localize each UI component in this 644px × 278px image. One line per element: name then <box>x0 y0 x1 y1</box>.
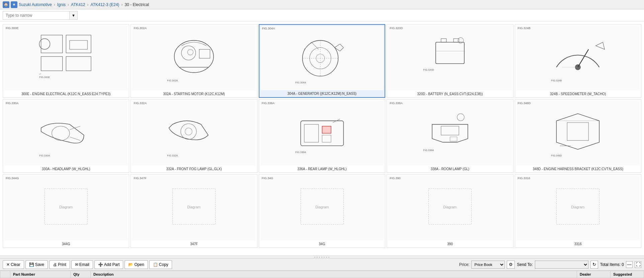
fig-number-304A: FIG.304A <box>262 27 275 30</box>
diagram-label-34G: 34G <box>260 242 384 246</box>
svg-text:FIG.304A: FIG.304A <box>295 81 306 84</box>
search-input[interactable] <box>3 11 70 20</box>
svg-text:Diagram: Diagram <box>315 205 329 209</box>
svg-text:FIG.330A: FIG.330A <box>39 154 50 157</box>
diagram-label-320D: 320D - BATTERY (N_EASS:CVT:(E24,E38)) <box>388 92 511 96</box>
fig-number-344G: FIG.344G <box>6 177 19 180</box>
search-button[interactable]: ▼ <box>70 11 78 20</box>
email-button[interactable]: ✉ Email <box>71 260 93 269</box>
diagram-item-338A[interactable]: FIG.338A FIG.338A 338A - ROOM LAMP (GL) <box>387 99 513 173</box>
diagram-image-302A: FIG.302A FIG.302A <box>132 26 255 90</box>
fig-number-302A: FIG.302A <box>134 26 147 30</box>
diagram-label-347F: 347F <box>132 242 255 246</box>
parts-table-section: Part Number Qty Description Dealer Sugge… <box>0 270 644 278</box>
price-settings-button[interactable]: ⚙ <box>507 261 515 269</box>
svg-text:FIG.320D: FIG.320D <box>423 68 434 71</box>
fig-number-330A: FIG.330A <box>6 101 19 105</box>
diagram-item-3316[interactable]: FIG.3316 Diagram 3316 <box>515 174 641 248</box>
svg-line-5 <box>39 73 41 74</box>
nav-link-atk412[interactable]: ATK412 <box>71 2 85 7</box>
expand-button[interactable]: ⛶ <box>635 261 641 268</box>
diagram-item-344G[interactable]: FIG.344G Diagram 344G <box>3 174 129 248</box>
home-icon[interactable]: 🏠 <box>3 1 9 8</box>
diagram-image-300E: FIG.300E FIG.300E <box>4 26 128 90</box>
svg-text:FIG.300E: FIG.300E <box>39 75 50 78</box>
svg-rect-19 <box>436 42 464 63</box>
search-bar: ▼ <box>0 9 644 21</box>
svg-point-33 <box>181 124 196 139</box>
diagram-label-324B: 324B - SPEEDOMETER (W_TACHO) <box>516 92 640 96</box>
svg-rect-42 <box>441 126 459 135</box>
svg-rect-2 <box>41 56 63 71</box>
diagram-image-304A: FIG.304A FIG.304A <box>261 26 383 90</box>
svg-point-34 <box>185 128 192 135</box>
diagram-item-332A[interactable]: FIG.332A FIG.332A 332A - FRONT FOG LAMP … <box>131 99 257 173</box>
svg-text:FIG.348D: FIG.348D <box>551 154 562 157</box>
drag-handle[interactable]: • • • • • • • <box>0 256 644 258</box>
svg-point-29 <box>52 126 70 140</box>
svg-text:FIG.338A: FIG.338A <box>423 149 434 152</box>
open-label: Open <box>134 262 144 267</box>
price-section: Price: Price Book ⚙ Send To: ↻ Total Ite… <box>459 261 641 269</box>
fig-number-332A: FIG.332A <box>134 101 147 105</box>
nav-link-suzuki[interactable]: Suzuki Automotive <box>19 2 52 7</box>
svg-text:FIG.336A: FIG.336A <box>295 150 306 153</box>
diagram-item-300E[interactable]: FIG.300E FIG.300E 300E - ENGINE ELECTRIC… <box>3 24 129 98</box>
diagram-grid: FIG.300E FIG.300E 300E - ENGINE ELECTRIC… <box>3 24 641 248</box>
diagram-image-34G: FIG.34G Diagram <box>260 176 384 240</box>
diagram-image-338A: FIG.338A FIG.338A <box>388 101 511 165</box>
fig-number-320D: FIG.320D <box>390 26 403 30</box>
minimize-button[interactable]: — <box>626 261 633 268</box>
save-label: Save <box>35 262 44 267</box>
price-select[interactable]: Price Book <box>471 261 505 269</box>
open-button[interactable]: 📂 Open <box>125 260 148 269</box>
parts-table: Part Number Qty Description Dealer Sugge… <box>0 271 644 278</box>
clear-button[interactable]: ✕ Clear <box>3 260 24 269</box>
diagram-label-338A: 338A - ROOM LAMP (GL) <box>388 167 511 171</box>
svg-text:Diagram: Diagram <box>59 205 73 209</box>
send-to-select[interactable] <box>535 261 588 269</box>
price-label: Price: <box>459 262 470 267</box>
diagram-item-304A[interactable]: FIG.304A FIG.304A 304A - GENERATOR ((K12… <box>259 24 385 98</box>
copy-button[interactable]: 📋 Copy <box>149 260 172 269</box>
refresh-button[interactable]: ↻ <box>590 261 598 269</box>
col-header-dealer: Dealer <box>577 271 611 278</box>
diagram-image-332A: FIG.332A FIG.332A <box>132 101 255 165</box>
print-label: Print <box>58 262 66 267</box>
nav-sep-1: › <box>54 2 55 7</box>
diagram-item-34G[interactable]: FIG.34G Diagram 34G <box>259 174 385 248</box>
nav-link-ignis[interactable]: Ignis <box>57 2 66 7</box>
svg-point-8 <box>181 46 196 60</box>
diagram-item-347F[interactable]: FIG.347F Diagram 347F <box>131 174 257 248</box>
svg-rect-0 <box>41 35 63 53</box>
diagram-item-302A[interactable]: FIG.302A FIG.302A 302A - STARTING MOTOR … <box>131 24 257 98</box>
diagram-image-348D: FIG.348D FIG.348D <box>516 101 640 165</box>
diagram-item-330A[interactable]: FIG.330A FIG.330A 330A - HEADLAMP (W_HLG… <box>3 99 129 173</box>
col-header-partnumber: Part Number <box>10 271 71 278</box>
fig-number-336A: FIG.336A <box>262 101 275 105</box>
svg-text:FIG.302A: FIG.302A <box>167 79 178 82</box>
save-button[interactable]: 💾 Save <box>25 260 48 269</box>
fig-number-348D: FIG.348D <box>518 101 531 105</box>
add-part-button[interactable]: ➕ Add Part <box>94 260 124 269</box>
diagram-item-348D[interactable]: FIG.348D FIG.348D 348D - ENGINE HARNESS … <box>515 99 641 173</box>
diagram-image-330A: FIG.330A FIG.330A <box>4 101 128 165</box>
col-header-suggested: Suggested <box>611 271 644 278</box>
nav-bar: 🏠 ★ Suzuki Automotive › Ignis › ATK412 ›… <box>0 0 644 9</box>
star-icon[interactable]: ★ <box>11 1 17 8</box>
svg-text:FIG.332A: FIG.332A <box>167 154 178 157</box>
diagram-item-336A[interactable]: FIG.336A FIG.336A 336A - REAR LAMP (W_HL… <box>259 99 385 173</box>
fig-number-300E: FIG.300E <box>6 26 19 30</box>
diagram-item-324B[interactable]: FIG.324B FIG.324B 324B - SPEEDOMETER (W_… <box>515 24 641 98</box>
svg-rect-20 <box>441 39 447 42</box>
save-icon: 💾 <box>29 262 34 267</box>
print-button[interactable]: 🖨 Print <box>49 260 70 269</box>
nav-link-atk412-3[interactable]: ATK412-3 (E24) <box>91 2 119 7</box>
diagram-label-300E: 300E - ENGINE ELECTRICAL (K12C:N_EASS:E2… <box>4 92 128 96</box>
nav-sep-4: › <box>121 2 123 7</box>
diagram-item-320D[interactable]: FIG.320D FIG.320D 320D - BATTERY (N_EASS… <box>387 24 513 98</box>
diagram-item-390[interactable]: FIG.390 Diagram 390 <box>387 174 513 248</box>
fig-number-3316: FIG.3316 <box>518 177 531 180</box>
svg-rect-38 <box>322 126 331 133</box>
add-part-label: Add Part <box>104 262 120 267</box>
